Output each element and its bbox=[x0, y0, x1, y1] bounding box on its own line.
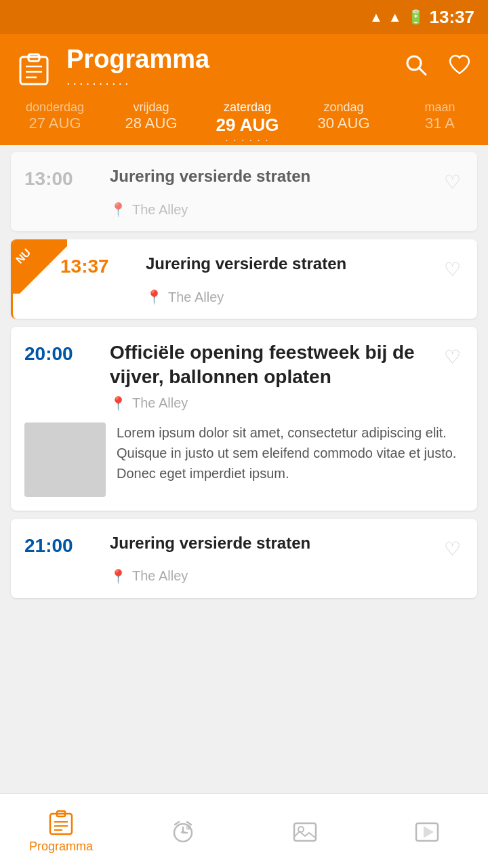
event-1-heart-icon: ♡ bbox=[444, 172, 461, 193]
header-title-area: Programma ·········· bbox=[66, 45, 389, 91]
tab-sunday-dayname: zondag bbox=[296, 100, 392, 115]
status-bar: ▲ ▲ 🔋 13:37 bbox=[0, 0, 488, 34]
nav-video-icon bbox=[413, 818, 441, 845]
status-icons: ▲ ▲ 🔋 13:37 bbox=[369, 7, 474, 28]
event-4-title: Jurering versierde straten bbox=[110, 532, 434, 553]
header-app-icon bbox=[14, 47, 54, 88]
event-3-description: Lorem ipsum dolor sit amet, consectetur … bbox=[117, 422, 464, 497]
event-1-location-text: The Alley bbox=[132, 202, 188, 218]
event-card-4: 21:00 Jurering versierde straten ♡ 📍 The… bbox=[11, 519, 477, 598]
nu-ribbon: NU bbox=[13, 239, 67, 294]
tab-monday-date: 31 A bbox=[392, 115, 488, 132]
search-icon bbox=[404, 53, 428, 77]
favorites-button[interactable] bbox=[445, 50, 474, 85]
event-3-favorite-button[interactable]: ♡ bbox=[441, 343, 464, 371]
event-1-title: Jurering versierde straten bbox=[110, 165, 434, 186]
tab-sunday-date: 30 AUG bbox=[296, 115, 392, 132]
event-2-location-icon: 📍 bbox=[146, 289, 163, 305]
event-3-location-text: The Alley bbox=[132, 395, 188, 411]
tab-saturday-dayname: zaterdag bbox=[199, 100, 296, 115]
event-1-location-icon: 📍 bbox=[110, 201, 127, 218]
nav-item-video[interactable] bbox=[366, 811, 488, 852]
header-actions bbox=[401, 50, 474, 85]
header-dots: ·········· bbox=[66, 75, 389, 91]
svg-line-16 bbox=[187, 822, 191, 825]
event-1-location: 📍 The Alley bbox=[24, 201, 464, 218]
event-3-location-icon: 📍 bbox=[110, 395, 127, 412]
bottom-nav: Programma ★ bbox=[0, 793, 488, 868]
svg-text:★: ★ bbox=[187, 826, 190, 830]
event-2-location-text: The Alley bbox=[168, 290, 224, 305]
event-2-time: 13:37 bbox=[60, 256, 135, 277]
event-3-location: 📍 The Alley bbox=[24, 395, 464, 412]
event-4-location: 📍 The Alley bbox=[24, 568, 464, 585]
event-2-heart-icon: ♡ bbox=[444, 259, 461, 280]
event-2-location: 📍 The Alley bbox=[26, 289, 464, 305]
event-1-favorite-button[interactable]: ♡ bbox=[441, 168, 464, 196]
event-4-heart-icon: ♡ bbox=[444, 538, 461, 559]
event-3-description-row: Lorem ipsum dolor sit amet, consectetur … bbox=[24, 422, 464, 497]
event-card-2: NU 13:37 Jurering versierde straten ♡ 📍 … bbox=[11, 239, 477, 319]
nav-alarm-icon: ★ bbox=[169, 818, 197, 845]
event-3-heart-icon: ♡ bbox=[444, 347, 461, 368]
event-3-time: 20:00 bbox=[24, 343, 99, 365]
event-3-thumbnail bbox=[24, 422, 106, 497]
event-4-time: 21:00 bbox=[24, 535, 99, 557]
nav-item-photos[interactable] bbox=[244, 811, 366, 852]
event-card-3: 20:00 Officiële opening feestweek bij de… bbox=[11, 327, 477, 511]
tab-saturday[interactable]: zaterdag 29 AUG bbox=[199, 100, 296, 145]
event-1-time: 13:00 bbox=[24, 168, 99, 190]
tab-monday-dayname: maan bbox=[392, 100, 488, 115]
svg-line-6 bbox=[419, 68, 426, 75]
search-button[interactable] bbox=[401, 50, 431, 85]
event-2-favorite-button[interactable]: ♡ bbox=[441, 256, 464, 283]
day-tabs: donderdag 27 AUG vrijdag 28 AUG zaterdag… bbox=[0, 91, 488, 145]
svg-line-15 bbox=[175, 822, 179, 825]
tab-monday[interactable]: maan 31 A bbox=[392, 100, 488, 145]
nav-programma-label: Programma bbox=[29, 840, 93, 854]
event-2-title: Jurering versierde straten bbox=[146, 253, 434, 274]
tab-friday-dayname: vrijdag bbox=[103, 100, 199, 115]
tab-thursday-dayname: donderdag bbox=[7, 100, 103, 115]
event-4-location-text: The Alley bbox=[132, 568, 188, 584]
event-card-1: 13:00 Jurering versierde straten ♡ 📍 The… bbox=[11, 152, 477, 231]
nav-item-programma[interactable]: Programma bbox=[0, 802, 122, 861]
event-3-title: Officiële opening feestweek bij de vijve… bbox=[110, 340, 434, 390]
nav-item-alarm[interactable]: ★ bbox=[122, 811, 244, 852]
nav-programma-icon bbox=[47, 808, 75, 835]
tab-saturday-date: 29 AUG bbox=[199, 115, 296, 136]
heart-icon bbox=[447, 53, 472, 77]
svg-marker-22 bbox=[424, 827, 432, 837]
clipboard-icon bbox=[15, 49, 53, 87]
svg-rect-19 bbox=[294, 823, 316, 841]
header-title: Programma bbox=[66, 45, 389, 74]
tab-sunday[interactable]: zondag 30 AUG bbox=[296, 100, 392, 145]
status-time: 13:37 bbox=[430, 7, 475, 28]
battery-icon: 🔋 bbox=[407, 9, 424, 25]
tab-thursday[interactable]: donderdag 27 AUG bbox=[0, 100, 103, 145]
tab-thursday-date: 27 AUG bbox=[7, 115, 103, 132]
app-header: Programma ·········· bbox=[0, 34, 488, 91]
events-content: 13:00 Jurering versierde straten ♡ 📍 The… bbox=[0, 145, 488, 755]
wifi-icon: ▲ bbox=[369, 9, 383, 25]
signal-icon: ▲ bbox=[388, 9, 402, 25]
event-4-favorite-button[interactable]: ♡ bbox=[441, 535, 464, 563]
nav-photos-icon bbox=[291, 818, 319, 845]
event-4-location-icon: 📍 bbox=[110, 568, 127, 585]
tab-friday[interactable]: vrijdag 28 AUG bbox=[103, 100, 199, 145]
tab-friday-date: 28 AUG bbox=[103, 115, 199, 132]
